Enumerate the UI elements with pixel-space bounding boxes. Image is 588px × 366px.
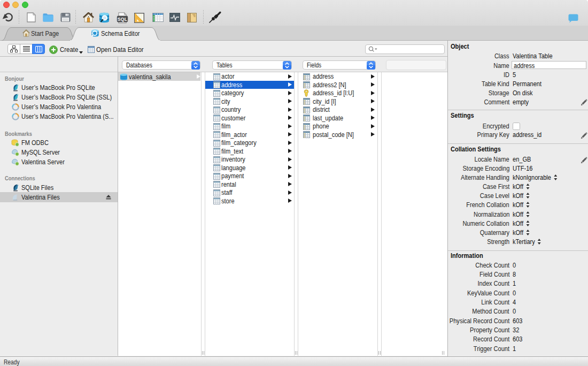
svg-text:SQL: SQL <box>118 17 128 22</box>
